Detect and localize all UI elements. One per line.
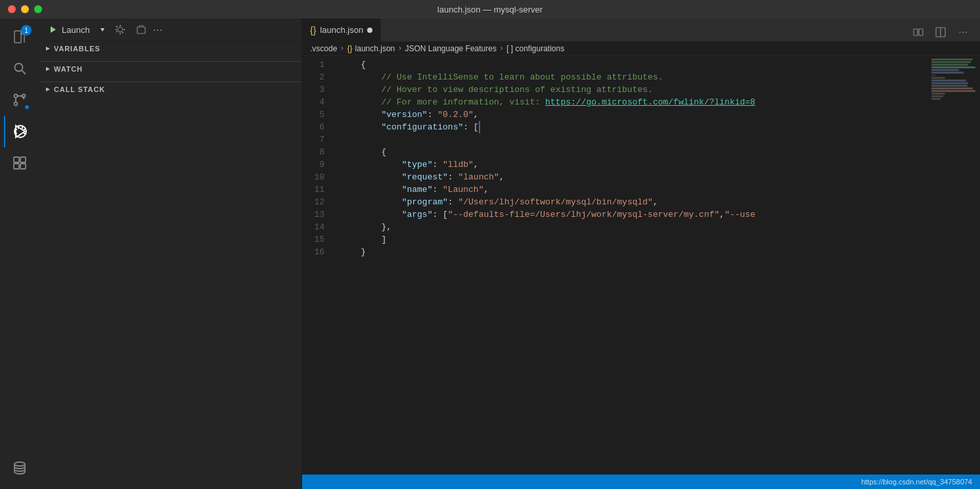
debug-open-button[interactable] bbox=[132, 20, 150, 39]
svg-rect-0 bbox=[14, 31, 21, 43]
breadcrumb-launchjson[interactable]: {} launch.json bbox=[347, 44, 395, 53]
watch-section: WATCH bbox=[39, 62, 301, 82]
svg-rect-12 bbox=[14, 164, 19, 169]
callstack-header[interactable]: CALL STACK bbox=[39, 82, 301, 97]
activity-item-search[interactable] bbox=[4, 53, 35, 84]
code-line-3: // Hover to view descriptions of existin… bbox=[335, 83, 927, 96]
debug-config-dropdown[interactable] bbox=[97, 24, 108, 36]
explorer-badge: 1 bbox=[21, 25, 32, 35]
maximize-button[interactable] bbox=[34, 5, 42, 13]
activity-bar: 1 bbox=[0, 18, 39, 489]
breadcrumb-vscode[interactable]: .vscode bbox=[310, 44, 337, 53]
tab-name: launch.json bbox=[320, 25, 363, 35]
status-url: https://blog.csdn.net/qq_34758074 bbox=[861, 478, 972, 486]
close-button[interactable] bbox=[8, 5, 16, 13]
code-line-6: "configurations": [ bbox=[335, 121, 927, 133]
code-line-8: { bbox=[335, 146, 927, 158]
main-layout: 1 bbox=[0, 18, 980, 489]
watch-header[interactable]: WATCH bbox=[39, 62, 301, 76]
minimize-button[interactable] bbox=[21, 5, 29, 13]
svg-marker-6 bbox=[16, 126, 25, 137]
breadcrumb: .vscode › {} launch.json › JSON Language… bbox=[302, 41, 980, 56]
code-line-15: ] bbox=[335, 233, 927, 246]
svg-marker-18 bbox=[46, 47, 50, 51]
breadcrumb-json-language[interactable]: JSON Language Features bbox=[405, 44, 497, 53]
svg-marker-19 bbox=[46, 67, 50, 71]
callstack-section: CALL STACK bbox=[39, 82, 301, 489]
code-line-13: "args": ["--defaults-file=/Users/lhj/wor… bbox=[335, 208, 927, 221]
minimap-preview bbox=[931, 58, 977, 137]
split-editor-button[interactable] bbox=[909, 23, 927, 41]
watch-label: WATCH bbox=[54, 65, 83, 73]
bottom-bar: https://blog.csdn.net/qq_34758074 bbox=[302, 475, 980, 489]
code-line-10: "request": "launch", bbox=[335, 171, 927, 183]
tab-modified-indicator bbox=[367, 28, 372, 33]
svg-rect-21 bbox=[914, 29, 918, 35]
debug-config-name: Launch bbox=[62, 25, 90, 35]
svg-marker-15 bbox=[51, 26, 56, 33]
activity-item-database[interactable] bbox=[4, 452, 35, 484]
breadcrumb-configurations[interactable]: [ ] configurations bbox=[506, 44, 564, 53]
activity-item-explorer[interactable]: 1 bbox=[4, 21, 35, 53]
traffic-lights bbox=[8, 5, 42, 13]
svg-point-14 bbox=[14, 462, 25, 466]
editor-content[interactable]: 12345 678910 1112131415 16 { // Use Inte… bbox=[302, 56, 980, 475]
variables-header[interactable]: VARIABLES bbox=[39, 41, 301, 56]
svg-point-3 bbox=[14, 95, 18, 98]
callstack-label: CALL STACK bbox=[54, 85, 105, 93]
editor-tab[interactable]: {} launch.json bbox=[302, 18, 381, 41]
variables-section: VARIABLES bbox=[39, 41, 301, 62]
svg-rect-10 bbox=[14, 157, 19, 162]
code-line-16: } bbox=[335, 246, 927, 258]
code-line-5: "version": "0.2.0", bbox=[335, 108, 927, 121]
code-editor[interactable]: { // Use IntelliSense to learn about pos… bbox=[335, 56, 927, 475]
svg-rect-11 bbox=[20, 157, 26, 162]
code-line-9: "type": "lldb", bbox=[335, 158, 927, 171]
svg-marker-20 bbox=[46, 87, 50, 91]
toggle-layout-button[interactable] bbox=[931, 23, 950, 41]
sidebar: Launch ··· VARIA bbox=[39, 18, 302, 489]
svg-rect-17 bbox=[137, 27, 145, 34]
editor-area: {} launch.json ··· bbox=[302, 18, 980, 489]
source-control-dot bbox=[24, 104, 30, 110]
svg-marker-16 bbox=[100, 28, 104, 32]
svg-line-2 bbox=[22, 71, 26, 75]
more-actions-button[interactable]: ··· bbox=[954, 23, 972, 41]
svg-point-5 bbox=[14, 103, 18, 106]
code-line-4: // For more information, visit: https://… bbox=[335, 96, 927, 108]
code-line-1: { bbox=[335, 58, 927, 71]
debug-settings-button[interactable] bbox=[111, 20, 129, 39]
tab-file-icon: {} bbox=[310, 25, 316, 35]
svg-point-1 bbox=[15, 64, 23, 72]
debug-more-button[interactable]: ··· bbox=[153, 23, 163, 37]
code-line-14: }, bbox=[335, 221, 927, 233]
code-line-12: "program": "/Users/lhj/softwork/mysql/bi… bbox=[335, 196, 927, 208]
line-numbers: 12345 678910 1112131415 16 bbox=[302, 56, 335, 475]
variables-label: VARIABLES bbox=[54, 45, 100, 53]
activity-item-source-control[interactable] bbox=[4, 84, 35, 116]
svg-rect-13 bbox=[20, 164, 26, 169]
code-line-7 bbox=[335, 133, 927, 146]
debug-toolbar: Launch ··· bbox=[39, 18, 301, 41]
activity-item-extensions[interactable] bbox=[4, 147, 35, 179]
debug-play-button[interactable]: Launch bbox=[45, 24, 94, 36]
code-line-11: "name": "Launch", bbox=[335, 183, 927, 196]
activity-item-debug[interactable] bbox=[4, 116, 35, 147]
title-bar: launch.json — mysql-server bbox=[0, 0, 980, 18]
tab-bar: {} launch.json ··· bbox=[302, 18, 980, 41]
svg-rect-22 bbox=[919, 29, 923, 35]
minimap bbox=[927, 56, 980, 475]
window-title: launch.json — mysql-server bbox=[437, 5, 543, 14]
code-line-2: // Use IntelliSense to learn about possi… bbox=[335, 71, 927, 83]
